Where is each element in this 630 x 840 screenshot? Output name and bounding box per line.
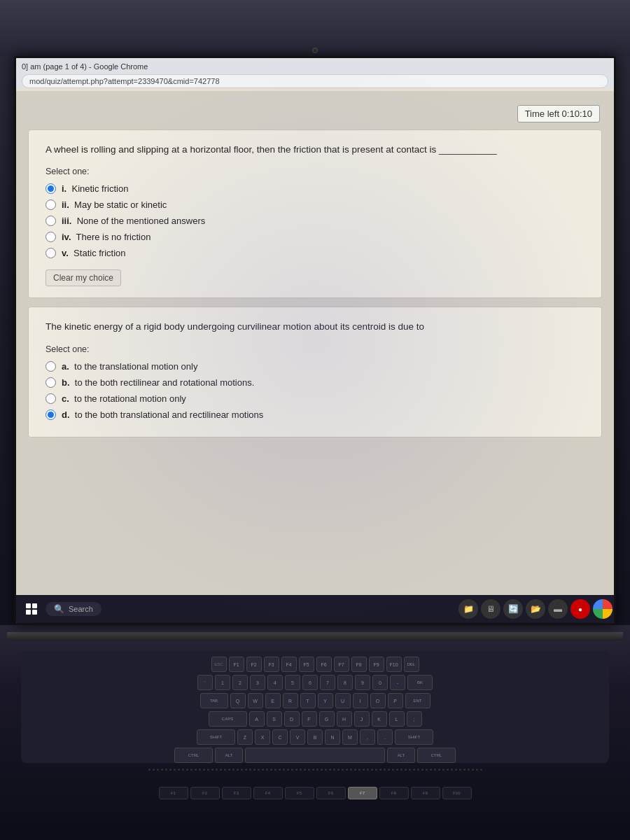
key-j[interactable]: J bbox=[354, 711, 370, 727]
key-f4[interactable]: F4 bbox=[281, 657, 297, 672]
key-shift-right[interactable]: SHIFT bbox=[395, 729, 433, 745]
key-del[interactable]: DEL bbox=[404, 657, 419, 672]
key-b[interactable]: B bbox=[307, 729, 323, 745]
taskbar-icon-file[interactable]: 📁 bbox=[458, 599, 478, 619]
taskbar-icon-monitor[interactable]: 🖥 bbox=[481, 599, 500, 619]
key-6[interactable]: 6 bbox=[302, 675, 318, 690]
key-f2[interactable]: F2 bbox=[246, 657, 262, 672]
key-ctrl-left[interactable]: CTRL bbox=[174, 748, 213, 763]
fn-key-f3[interactable]: F3 bbox=[222, 787, 251, 799]
key-r[interactable]: R bbox=[283, 693, 298, 708]
key-f9[interactable]: F9 bbox=[369, 657, 384, 672]
radio-1-v[interactable] bbox=[46, 248, 56, 258]
key-h[interactable]: H bbox=[337, 711, 352, 727]
fn-key-f6[interactable]: F6 bbox=[316, 787, 346, 799]
radio-1-iii[interactable] bbox=[46, 216, 56, 226]
key-f5[interactable]: F5 bbox=[299, 657, 314, 672]
fn-key-f1[interactable]: F1 bbox=[159, 787, 188, 799]
grill-dot bbox=[379, 769, 382, 771]
key-d[interactable]: D bbox=[284, 711, 300, 727]
radio-1-ii[interactable] bbox=[46, 200, 56, 210]
grill-dot bbox=[421, 769, 424, 771]
key-space[interactable] bbox=[245, 748, 385, 763]
key-e[interactable]: E bbox=[265, 693, 281, 708]
key-shift-left[interactable]: SHIFT bbox=[197, 729, 235, 745]
key-n[interactable]: N bbox=[325, 729, 340, 745]
radio-1-i[interactable] bbox=[46, 183, 56, 194]
key-ctrl-right[interactable]: CTRL bbox=[417, 748, 456, 763]
fn-key-f5[interactable]: F5 bbox=[285, 787, 314, 799]
key-caps[interactable]: CAPS bbox=[209, 711, 247, 727]
key-u[interactable]: U bbox=[335, 693, 351, 708]
taskbar-icon-chrome[interactable] bbox=[593, 599, 612, 619]
start-button[interactable] bbox=[22, 599, 41, 619]
key-7[interactable]: 7 bbox=[320, 675, 335, 690]
radio-2-d[interactable] bbox=[46, 410, 56, 420]
key-m[interactable]: M bbox=[342, 729, 358, 745]
fn-key-f7[interactable]: F7 bbox=[348, 787, 377, 799]
question-1-text: A wheel is rolling and slipping at a hor… bbox=[46, 143, 584, 157]
key-c[interactable]: C bbox=[272, 729, 288, 745]
radio-2-b[interactable] bbox=[46, 377, 56, 388]
key-g[interactable]: G bbox=[319, 711, 335, 727]
key-y[interactable]: Y bbox=[318, 693, 333, 708]
key-1[interactable]: 1 bbox=[215, 675, 230, 690]
key-period[interactable]: . bbox=[377, 729, 393, 745]
key-f1[interactable]: F1 bbox=[229, 657, 244, 672]
key-x[interactable]: X bbox=[255, 729, 270, 745]
key-0[interactable]: 0 bbox=[372, 675, 388, 690]
key-z[interactable]: Z bbox=[237, 729, 253, 745]
key-tab[interactable]: TAB bbox=[200, 693, 228, 708]
key-a[interactable]: A bbox=[249, 711, 265, 727]
key-s[interactable]: S bbox=[267, 711, 282, 727]
key-2[interactable]: 2 bbox=[232, 675, 248, 690]
clear-choice-button[interactable]: Clear my choice bbox=[46, 270, 121, 286]
key-i[interactable]: I bbox=[353, 693, 368, 708]
key-l[interactable]: L bbox=[389, 711, 405, 727]
key-minus[interactable]: - bbox=[390, 675, 405, 690]
key-alt-right[interactable]: ALT bbox=[387, 748, 415, 763]
address-bar[interactable]: mod/quiz/attempt.php?attempt=2339470&cmi… bbox=[22, 74, 608, 88]
radio-2-c[interactable] bbox=[46, 393, 56, 404]
key-3[interactable]: 3 bbox=[250, 675, 265, 690]
key-p[interactable]: P bbox=[388, 693, 403, 708]
fn-key-f10[interactable]: F10 bbox=[442, 787, 472, 799]
key-backspace[interactable]: BK bbox=[407, 675, 433, 690]
grill-dot bbox=[325, 769, 327, 771]
key-comma[interactable]: , bbox=[360, 729, 375, 745]
key-esc[interactable]: ESC bbox=[211, 657, 227, 672]
taskbar-icon-folder[interactable]: 📂 bbox=[526, 599, 545, 619]
taskbar-icon-refresh[interactable]: 🔄 bbox=[503, 599, 523, 619]
key-o[interactable]: O bbox=[370, 693, 386, 708]
key-f[interactable]: F bbox=[302, 711, 317, 727]
key-t[interactable]: T bbox=[300, 693, 316, 708]
fn-key-f8[interactable]: F8 bbox=[379, 787, 409, 799]
key-f10[interactable]: F10 bbox=[386, 657, 402, 672]
radio-1-iv[interactable] bbox=[46, 232, 56, 242]
option-1-ii: ii. May be static or kinetic bbox=[46, 200, 584, 210]
key-alt-left[interactable]: ALT bbox=[215, 748, 243, 763]
radio-2-a[interactable] bbox=[46, 361, 56, 372]
grill-dot bbox=[316, 769, 318, 771]
key-semicolon[interactable]: ; bbox=[407, 711, 422, 727]
key-backtick[interactable]: ` bbox=[197, 675, 213, 690]
key-k[interactable]: K bbox=[372, 711, 387, 727]
key-f7[interactable]: F7 bbox=[334, 657, 349, 672]
key-q[interactable]: Q bbox=[230, 693, 246, 708]
key-v[interactable]: V bbox=[290, 729, 305, 745]
key-f3[interactable]: F3 bbox=[264, 657, 279, 672]
key-9[interactable]: 9 bbox=[355, 675, 370, 690]
key-8[interactable]: 8 bbox=[337, 675, 353, 690]
taskbar-icon-circle-red[interactable]: ● bbox=[570, 599, 590, 619]
key-w[interactable]: W bbox=[248, 693, 263, 708]
taskbar-search[interactable]: 🔍 Search bbox=[46, 602, 102, 616]
key-5[interactable]: 5 bbox=[285, 675, 300, 690]
fn-key-f2[interactable]: F2 bbox=[190, 787, 220, 799]
key-f6[interactable]: F6 bbox=[316, 657, 332, 672]
fn-key-f4[interactable]: F4 bbox=[253, 787, 283, 799]
key-f8[interactable]: F8 bbox=[351, 657, 367, 672]
taskbar-icon-bar[interactable]: ▬ bbox=[548, 599, 568, 619]
key-4[interactable]: 4 bbox=[267, 675, 283, 690]
key-enter[interactable]: ENT bbox=[405, 693, 430, 708]
fn-key-f9[interactable]: F9 bbox=[411, 787, 440, 799]
